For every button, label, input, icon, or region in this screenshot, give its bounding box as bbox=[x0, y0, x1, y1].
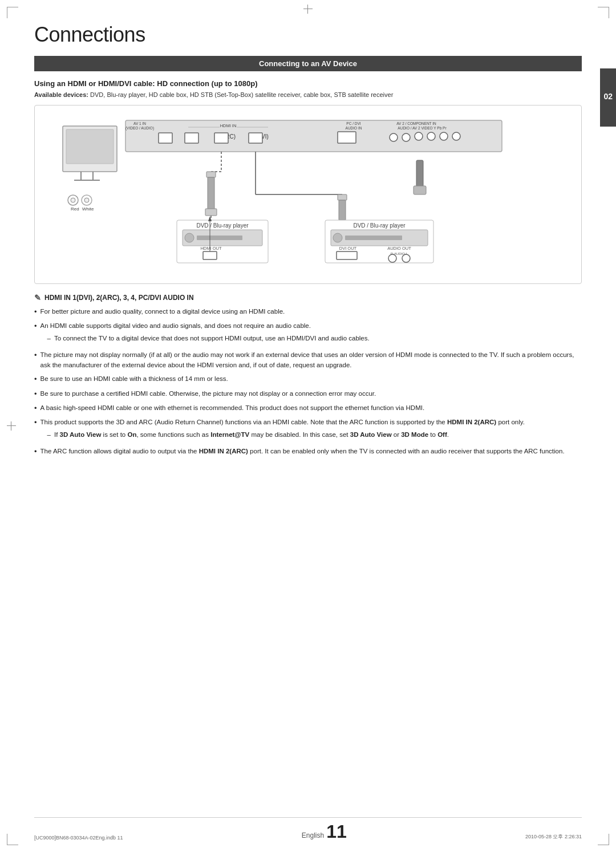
svg-rect-16 bbox=[338, 132, 356, 143]
footer-right: 2010-05-28 오후 2:26:31 bbox=[525, 833, 582, 841]
side-tab-number: 02 bbox=[603, 92, 613, 101]
bullet-6-text: A basic high-speed HDMI cable or one wit… bbox=[40, 403, 425, 413]
svg-rect-14 bbox=[214, 133, 228, 143]
rca-white-label: White bbox=[82, 206, 94, 212]
svg-rect-15 bbox=[249, 133, 262, 143]
svg-point-19 bbox=[415, 132, 423, 140]
connection-diagram-svg: Red White HDMI IN AV 1 IN (VIDEO / AUDIO… bbox=[44, 115, 572, 274]
hdmi-in-2arc-bold-2: HDMI IN 2(ARC) bbox=[199, 448, 248, 455]
player2-label: DVD / Blu-ray player bbox=[353, 222, 406, 229]
svg-rect-44 bbox=[345, 236, 402, 240]
svg-point-38 bbox=[185, 233, 194, 242]
svg-point-46 bbox=[388, 254, 396, 262]
bullet-7: This product supports the 3D and ARC (Au… bbox=[34, 417, 582, 443]
svg-rect-32 bbox=[338, 194, 347, 200]
svg-rect-1 bbox=[66, 129, 114, 164]
svg-rect-35 bbox=[414, 186, 426, 194]
sub-bullet-2: To connect the TV to a digital device th… bbox=[40, 334, 370, 344]
bullet-7-content: This product supports the 3D and ARC (Au… bbox=[40, 417, 525, 443]
footer-page: English 11 bbox=[302, 822, 347, 841]
svg-rect-45 bbox=[337, 251, 357, 259]
page-footer: [UC9000]BN68-03034A-02Eng.indb 11 Englis… bbox=[34, 817, 582, 841]
hdmi-in-label: HDMI IN bbox=[220, 123, 237, 128]
svg-point-20 bbox=[427, 132, 435, 140]
av1-in-label: AV 1 IN bbox=[133, 121, 146, 125]
page-container: 02 Connections Connections Connecting to… bbox=[0, 0, 616, 852]
corner-mark-bl bbox=[7, 834, 18, 845]
pcdvi-audio-in-label: AUDIO IN bbox=[346, 126, 362, 130]
section-header: Connecting to an AV Device bbox=[34, 56, 582, 71]
svg-point-18 bbox=[402, 133, 410, 141]
side-tab-text: Connections bbox=[594, 75, 601, 120]
svg-point-6 bbox=[71, 198, 75, 202]
hdmi-in-2arc-bold: HDMI IN 2(ARC) bbox=[447, 419, 496, 425]
bullet-list: For better picture and audio quality, co… bbox=[34, 307, 582, 457]
top-crosshair bbox=[303, 5, 313, 14]
svg-rect-12 bbox=[159, 133, 172, 143]
hdmi-out-label: HDMI OUT bbox=[200, 246, 221, 251]
note-icon: ✎ bbox=[34, 293, 41, 302]
rca-red-label: Red bbox=[71, 206, 79, 212]
bullet-2-content: An HDMI cable supports digital video and… bbox=[40, 321, 370, 346]
av1-video-audio-label: (VIDEO / AUDIO) bbox=[125, 126, 154, 131]
available-devices-label: Available devices: bbox=[34, 91, 88, 98]
footer-left: [UC9000]BN68-03034A-02Eng.indb 11 bbox=[34, 835, 123, 841]
svg-rect-13 bbox=[185, 133, 198, 143]
svg-rect-29 bbox=[206, 172, 216, 177]
sub-bullet-7: If 3D Auto View is set to On, some funct… bbox=[40, 430, 525, 440]
svg-rect-40 bbox=[203, 251, 217, 259]
audio-out-label: AUDIO OUT bbox=[387, 246, 411, 251]
notes-section: ✎ HDMI IN 1(DVI), 2(ARC), 3, 4, PC/DVI A… bbox=[34, 293, 582, 457]
side-tab: 02 Connections bbox=[600, 68, 616, 127]
bullet-4-text: Be sure to use an HDMI cable with a thic… bbox=[40, 374, 228, 384]
bullet-4: Be sure to use an HDMI cable with a thic… bbox=[34, 374, 582, 384]
diagram-svg: Red White HDMI IN AV 1 IN (VIDEO / AUDIO… bbox=[44, 115, 572, 274]
corner-mark-tl bbox=[7, 7, 18, 18]
subsection-heading: Using an HDMI or HDMI/DVI cable: HD conn… bbox=[34, 79, 582, 88]
bullet-2-text: An HDMI cable supports digital video and… bbox=[40, 322, 311, 329]
svg-rect-33 bbox=[339, 200, 346, 220]
svg-rect-31 bbox=[205, 209, 217, 216]
sub-bullet-7-1: If 3D Auto View is set to On, some funct… bbox=[47, 430, 525, 440]
bullet-5-text: Be sure to purchase a certified HDMI cab… bbox=[40, 389, 376, 399]
bullet-8: The ARC function allows digital audio to… bbox=[34, 447, 582, 457]
bullet-1-text: For better picture and audio quality, co… bbox=[40, 307, 285, 317]
bullet-1: For better picture and audio quality, co… bbox=[34, 307, 582, 317]
dvi-out-label: DVI OUT bbox=[339, 246, 357, 251]
mid-crosshair bbox=[7, 421, 16, 431]
sub-bullet-2-1: To connect the TV to a digital device th… bbox=[47, 334, 370, 344]
svg-rect-34 bbox=[416, 160, 423, 189]
footer-page-label: English bbox=[302, 831, 324, 839]
svg-rect-30 bbox=[208, 177, 214, 212]
diagram-box: Red White HDMI IN AV 1 IN (VIDEO / AUDIO… bbox=[34, 105, 582, 284]
available-devices-list: DVD, Blu-ray player, HD cable box, HD ST… bbox=[90, 91, 393, 98]
av2-component-label: AV 2 / COMPONENT IN bbox=[396, 121, 436, 125]
note-heading: ✎ HDMI IN 1(DVI), 2(ARC), 3, 4, PC/DVI A… bbox=[34, 293, 582, 302]
bullet-3: The picture may not display normally (if… bbox=[34, 350, 582, 371]
svg-point-21 bbox=[440, 132, 448, 140]
bullet-2: An HDMI cable supports digital video and… bbox=[34, 321, 582, 346]
player1-label: DVD / Blu-ray player bbox=[196, 222, 249, 229]
av2-video-label: AUDIO / AV 2 VIDEO Y Pb Pr bbox=[398, 126, 447, 130]
svg-point-8 bbox=[84, 198, 89, 202]
svg-rect-39 bbox=[197, 236, 242, 240]
svg-point-43 bbox=[333, 233, 342, 242]
svg-point-47 bbox=[402, 254, 410, 262]
note-heading-text: HDMI IN 1(DVI), 2(ARC), 3, 4, PC/DVI AUD… bbox=[44, 294, 194, 302]
footer-page-number: 11 bbox=[326, 822, 347, 841]
svg-point-22 bbox=[452, 132, 460, 140]
pcdvi-label: PC / DVI bbox=[346, 121, 360, 125]
bullet-5: Be sure to purchase a certified HDMI cab… bbox=[34, 389, 582, 399]
svg-point-17 bbox=[390, 133, 398, 141]
corner-mark-br bbox=[598, 834, 609, 845]
page-title: Connections bbox=[34, 23, 582, 47]
bullet-6: A basic high-speed HDMI cable or one wit… bbox=[34, 403, 582, 413]
bullet-3-text: The picture may not display normally (if… bbox=[40, 350, 582, 371]
corner-mark-tr bbox=[598, 7, 609, 18]
available-devices-text: Available devices: DVD, Blu-ray player, … bbox=[34, 91, 582, 98]
